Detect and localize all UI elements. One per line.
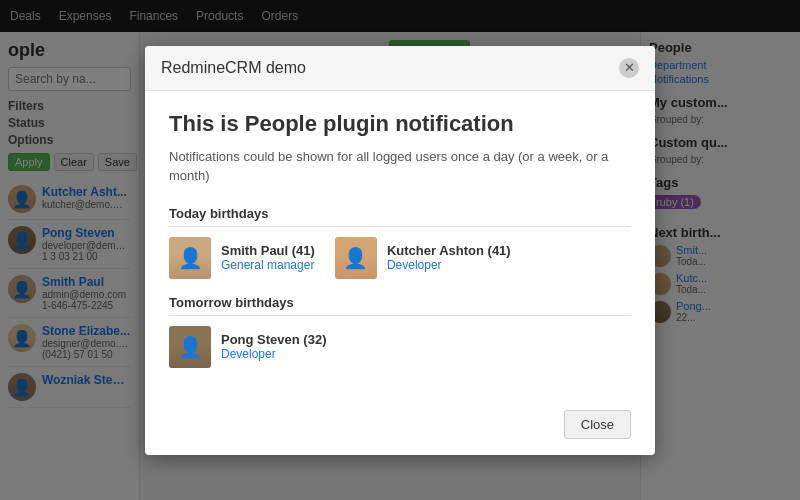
avatar: 👤	[169, 326, 211, 368]
person-name: Smith Paul (41)	[221, 243, 315, 258]
person-name: Pong Steven (32)	[221, 332, 326, 347]
today-birthdays-title: Today birthdays	[169, 206, 631, 227]
modal-footer: Close	[145, 400, 655, 455]
birthday-card: 👤 Pong Steven (32) Developer	[169, 326, 326, 368]
modal-dialog: RedmineCRM demo ✕ This is People plugin …	[145, 46, 655, 455]
person-role[interactable]: Developer	[221, 347, 326, 361]
tomorrow-birthdays-list: 👤 Pong Steven (32) Developer	[169, 326, 631, 368]
modal-heading: This is People plugin notification	[169, 111, 631, 137]
modal-body: This is People plugin notification Notif…	[145, 91, 655, 400]
modal-description: Notifications could be shown for all log…	[169, 147, 631, 186]
person-role[interactable]: General manager	[221, 258, 315, 272]
avatar: 👤	[335, 237, 377, 279]
today-birthdays-list: 👤 Smith Paul (41) General manager 👤 Kutc…	[169, 237, 631, 279]
birthday-card: 👤 Kutcher Ashton (41) Developer	[335, 237, 511, 279]
modal-header: RedmineCRM demo ✕	[145, 46, 655, 91]
modal-overlay: RedmineCRM demo ✕ This is People plugin …	[0, 0, 800, 500]
person-name: Kutcher Ashton (41)	[387, 243, 511, 258]
person-role[interactable]: Developer	[387, 258, 511, 272]
close-modal-button[interactable]: Close	[564, 410, 631, 439]
modal-title: RedmineCRM demo	[161, 59, 306, 77]
tomorrow-birthdays-title: Tomorrow birthdays	[169, 295, 631, 316]
avatar: 👤	[169, 237, 211, 279]
birthday-card: 👤 Smith Paul (41) General manager	[169, 237, 315, 279]
modal-close-button[interactable]: ✕	[619, 58, 639, 78]
